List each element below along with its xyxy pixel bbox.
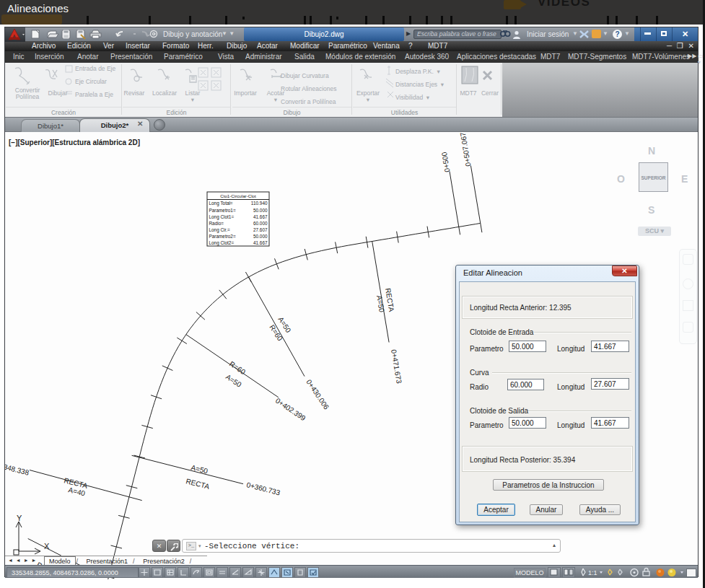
svg-text:0+360.733: 0+360.733 <box>246 481 281 496</box>
svg-text:RECTA: RECTA <box>185 477 211 491</box>
svg-text:Long Clot1=: Long Clot1= <box>209 214 235 220</box>
svg-text:1:1: 1:1 <box>588 569 597 576</box>
svg-text:348.338: 348.338 <box>5 462 30 477</box>
svg-text:110.940: 110.940 <box>251 201 268 206</box>
svg-text:Parametro1=: Parametro1= <box>209 208 236 213</box>
svg-text:0+500: 0+500 <box>440 152 452 173</box>
svg-text:Long Clot2=: Long Clot2= <box>209 240 235 246</box>
svg-text:50.000: 50.000 <box>253 234 268 239</box>
svg-text:Parametro2=: Parametro2= <box>209 234 236 239</box>
svg-text:Long Cir.=: Long Cir.= <box>209 227 231 233</box>
svg-text:A=50: A=50 <box>224 373 243 390</box>
svg-text:0+507.067: 0+507.067 <box>459 132 473 167</box>
svg-text:41.667: 41.667 <box>253 240 268 245</box>
svg-text:0+471.673: 0+471.673 <box>390 349 403 385</box>
svg-text:41.667: 41.667 <box>253 214 268 219</box>
svg-text:Radio=: Radio= <box>209 221 224 226</box>
svg-text:?: ? <box>615 30 619 38</box>
svg-text:A=50: A=50 <box>191 463 209 475</box>
svg-text:27.607: 27.607 <box>253 227 268 232</box>
svg-text:A=50: A=50 <box>375 295 386 314</box>
svg-text:Long Total=: Long Total= <box>209 201 233 206</box>
svg-text:60.000: 60.000 <box>253 221 268 226</box>
svg-text:0+430.006: 0+430.006 <box>305 378 330 411</box>
svg-text:0+402.399: 0+402.399 <box>274 397 307 423</box>
svg-text:Y: Y <box>17 514 22 522</box>
svg-text:Cto1-Circular-Clot: Cto1-Circular-Clot <box>220 193 256 198</box>
svg-text:50.000: 50.000 <box>253 208 268 213</box>
